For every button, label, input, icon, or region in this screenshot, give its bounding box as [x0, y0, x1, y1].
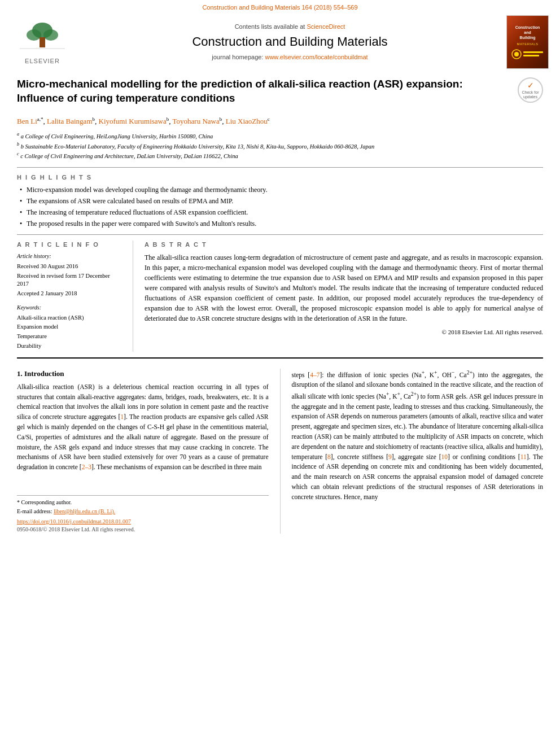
keywords-label: Keywords: [17, 304, 121, 312]
journal-homepage: journal homepage: www.elsevier.com/locat… [79, 53, 501, 62]
ref-10[interactable]: 10 [441, 453, 448, 460]
svg-rect-8 [523, 51, 543, 53]
svg-rect-4 [40, 37, 45, 47]
email-link[interactable]: liben@hljfu.edu.cn (B. Li). [54, 508, 115, 514]
body-content: 1. Introduction Alkali-silica reaction (… [17, 369, 543, 534]
affiliation-c: c c College of Civil Engineering and Arc… [17, 151, 543, 160]
affiliation-a: a a College of Civil Engineering, HeiLon… [17, 131, 543, 141]
keyword-2: Expansion model [17, 323, 121, 331]
keyword-1: Alkali-silica reaction (ASR) [17, 314, 121, 322]
cover-subtitle: MATERIALS [517, 42, 538, 46]
body-col-left: 1. Introduction Alkali-silica reaction (… [17, 369, 269, 534]
abstract-text: The alkali-silica reaction causes long-t… [145, 252, 543, 324]
svg-point-2 [27, 29, 41, 41]
affiliations: a a College of Civil Engineering, HeiLon… [17, 131, 543, 160]
highlight-3: The increasing of temperature reduced fl… [20, 208, 543, 217]
issn-line: 0950-0618/© 2018 Elsevier Ltd. All right… [17, 526, 269, 534]
ref-11[interactable]: 11 [520, 453, 527, 460]
keyword-3: Temperature [17, 333, 121, 341]
article-history-label: Article history: [17, 252, 121, 260]
copyright-line: © 2018 Elsevier Ltd. All rights reserved… [145, 328, 543, 337]
author-kiyofumi[interactable]: Kiyofumi Kurumisawa [99, 117, 167, 125]
corresponding-author-note: * Corresponding author. [17, 499, 269, 506]
divider-2 [17, 234, 543, 235]
highlights-label: H I G H L I G H T S [17, 173, 543, 182]
abstract-label: A B S T R A C T [145, 241, 543, 249]
svg-rect-9 [523, 55, 539, 56]
svg-point-7 [514, 52, 519, 56]
top-line: Construction and Building Materials 164 … [0, 0, 560, 12]
article-title: Micro-mechanical modelling for the predi… [17, 77, 518, 105]
cover-decoration-icon [511, 49, 545, 60]
highlight-2: The expansions of ASR were calculated ba… [20, 196, 543, 206]
divider-thick [17, 357, 543, 359]
journal-header: Construction and Building Materials 164 … [0, 0, 560, 69]
footnote-area: * Corresponding author. E-mail address: … [17, 495, 269, 534]
highlights-section: H I G H L I G H T S Micro-expansion mode… [17, 173, 543, 229]
sciencedirect-line: Contents lists available at ScienceDirec… [79, 23, 501, 31]
journal-cover-image: Construction and Building MATERIALS [506, 15, 549, 69]
highlight-1: Micro-expansion model was developed coup… [20, 185, 543, 195]
history-revised: Received in revised form 17 December 201… [17, 272, 121, 289]
body-col-right: steps [4–7]: the diffusion of ionic spec… [280, 369, 544, 534]
journal-center: Contents lists available at ScienceDirec… [73, 23, 506, 62]
ref-4-7[interactable]: 4–7 [310, 371, 320, 378]
intro-text-col2: steps [4–7]: the diffusion of ionic spec… [292, 369, 544, 503]
article-title-section: Micro-mechanical modelling for the predi… [17, 77, 543, 110]
article-info-label: A R T I C L E I N F O [17, 241, 121, 249]
authors-line: Ben Lia,*, Lalita Baingamb, Kiyofumi Kur… [17, 116, 543, 127]
introduction-section: 1. Introduction Alkali-silica reaction (… [17, 369, 543, 534]
author-liu[interactable]: Liu XiaoZhou [226, 117, 268, 125]
ref-1[interactable]: 1 [120, 413, 124, 420]
highlights-list: Micro-expansion model was developed coup… [17, 185, 543, 228]
crossmark-label: ✓ Check forupdates [522, 81, 539, 100]
journal-title: Construction and Building Materials [79, 33, 501, 51]
author-ben-li[interactable]: Ben Li [17, 117, 37, 125]
author-toyoharu[interactable]: Toyoharu Nawa [173, 117, 220, 125]
ref-8[interactable]: 8 [327, 453, 331, 460]
sciencedirect-link[interactable]: ScienceDirect [307, 23, 345, 30]
abstract-col: A B S T R A C T The alkali-silica reacti… [133, 241, 543, 352]
elsevier-logo-area: ELSEVIER [11, 19, 73, 65]
keyword-4: Durability [17, 342, 121, 351]
cover-title: Construction and Building [515, 25, 540, 40]
crossmark-badge: ✓ Check forupdates [518, 77, 543, 103]
highlight-4: The proposed results in the paper were c… [20, 219, 543, 229]
history-accepted: Accepted 2 January 2018 [17, 290, 121, 298]
article-info-col: A R T I C L E I N F O Article history: R… [17, 241, 121, 352]
author-lalita[interactable]: Lalita Baingam [47, 117, 93, 125]
email-note: E-mail address: liben@hljfu.edu.cn (B. L… [17, 508, 269, 516]
divider-1 [17, 167, 543, 168]
intro-heading: 1. Introduction [17, 369, 269, 379]
doi-line: https://doi.org/10.1016/j.conbuildmat.20… [17, 518, 269, 526]
intro-text-col1: Alkali-silica reaction (ASR) is a delete… [17, 382, 269, 473]
homepage-link[interactable]: www.elsevier.com/locate/conbuildmat [265, 54, 368, 60]
affiliation-b: b b Sustainable Eco-Material Laboratory,… [17, 141, 543, 151]
svg-point-3 [43, 29, 58, 41]
article-info-abstract-section: A R T I C L E I N F O Article history: R… [17, 241, 543, 352]
elsevier-logo-icon [17, 19, 68, 56]
ref-9[interactable]: 9 [388, 453, 392, 460]
main-content: Micro-mechanical modelling for the predi… [0, 69, 560, 545]
history-received: Received 30 August 2016 [17, 263, 121, 271]
elsevier-brand-label: ELSEVIER [25, 57, 60, 65]
ref-2-3[interactable]: 2–3 [82, 464, 91, 470]
doi-link[interactable]: https://doi.org/10.1016/j.conbuildmat.20… [17, 518, 131, 525]
